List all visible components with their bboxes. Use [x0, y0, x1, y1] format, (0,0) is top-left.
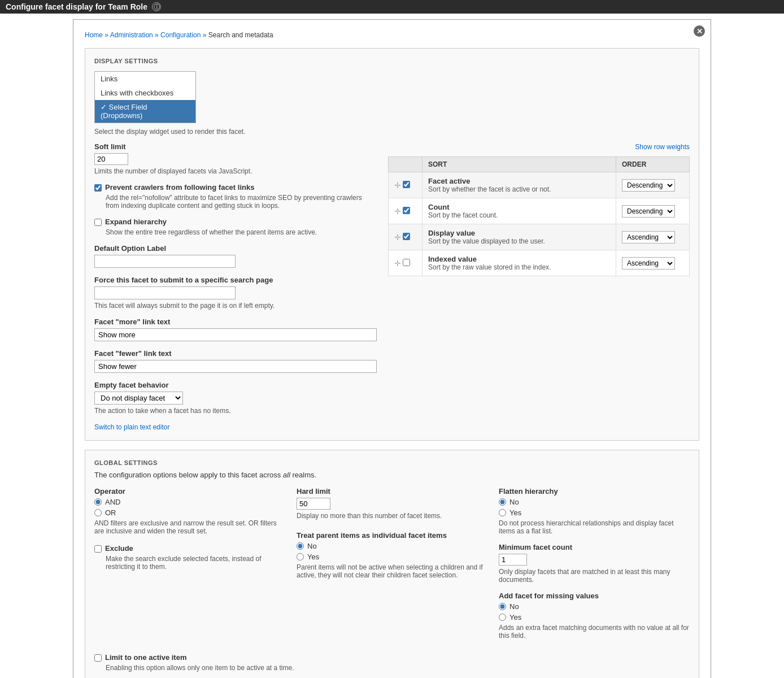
treat-parent-label: Treat parent items as individual facet i… — [297, 531, 487, 540]
add-facet-yes-radio[interactable] — [499, 614, 506, 621]
drag-handle-3[interactable]: ✛ — [394, 233, 401, 242]
treat-parent-yes-radio[interactable] — [297, 553, 304, 560]
sort-name-header: SORT — [423, 157, 616, 172]
close-button[interactable]: ✕ — [694, 25, 705, 37]
add-facet-missing-group: Add facet for missing values No Yes Adds… — [499, 592, 690, 640]
force-search-page-group: Force this facet to submit to a specific… — [94, 276, 377, 310]
force-search-page-helper: This facet will always submit to the pag… — [94, 302, 377, 310]
sort-table: SORT ORDER ✛ — [388, 157, 690, 276]
default-option-label-group: Default Option Label — [94, 244, 377, 268]
menu-item-select-field[interactable]: ✓ Select Field (Dropdowns) — [95, 100, 195, 123]
page-header: Configure facet display for Team Role ⓘ — [0, 0, 784, 14]
global-col-flatten: Flatten hierarchy No Yes Do not process … — [499, 487, 690, 647]
fewer-link-text-input[interactable] — [94, 360, 377, 373]
operator-label: Operator — [94, 487, 285, 496]
drag-handle-4[interactable]: ✛ — [394, 259, 401, 268]
global-intro: The configuration options below apply to… — [94, 471, 690, 479]
expand-hierarchy-checkbox[interactable] — [94, 219, 102, 226]
fewer-link-text-label: Facet "fewer" link text — [94, 349, 377, 358]
flatten-yes-label: Yes — [509, 508, 521, 517]
treat-parent-no-label: No — [307, 542, 317, 550]
display-settings-section: DISPLAY SETTINGS Links Links with checkb… — [85, 48, 699, 441]
sort-check-count[interactable] — [403, 207, 410, 214]
breadcrumb-config[interactable]: Configuration — [160, 31, 201, 39]
widget-dropdown-menu: Links Links with checkboxes ✓ Select Fie… — [94, 71, 196, 123]
limit-one-active-helper: Enabling this option allows only one ite… — [106, 664, 690, 672]
sort-row-name-facet-active: Facet active — [428, 177, 610, 185]
global-col-operator: Operator AND OR AND filters are exclusiv… — [94, 487, 285, 647]
drag-handle-2[interactable]: ✛ — [394, 207, 401, 216]
sort-check-facet-active[interactable] — [403, 181, 410, 188]
operator-or-label: OR — [105, 508, 116, 517]
more-link-text-group: Facet "more" link text — [94, 318, 377, 341]
treat-parent-group: Treat parent items as individual facet i… — [297, 531, 487, 579]
order-select-display-value[interactable]: Descending Ascending — [622, 231, 675, 244]
more-link-text-input[interactable] — [94, 328, 377, 341]
more-link-text-label: Facet "more" link text — [94, 318, 377, 326]
show-row-weights: Show row weights — [388, 142, 690, 151]
fewer-link-text-group: Facet "fewer" link text — [94, 349, 377, 373]
hard-limit-label: Hard limit — [297, 487, 487, 496]
operator-helper: AND filters are exclusive and narrow the… — [94, 519, 285, 535]
empty-facet-helper: The action to take when a facet has no i… — [94, 407, 377, 415]
order-select-indexed-value[interactable]: Descending Ascending — [622, 257, 675, 270]
empty-facet-group: Empty facet behavior Do not display face… — [94, 381, 377, 415]
add-facet-yes-label: Yes — [509, 613, 521, 621]
operator-and-label: AND — [105, 498, 120, 506]
flatten-hierarchy-helper: Do not process hierarchical relationship… — [499, 519, 690, 535]
menu-item-links[interactable]: Links — [95, 72, 195, 86]
limit-one-active-checkbox[interactable] — [94, 654, 102, 662]
empty-facet-select[interactable]: Do not display facet Display with no ite… — [94, 392, 183, 405]
global-col-hard-limit: Hard limit Display no more than this num… — [297, 487, 487, 647]
switch-plain-text-link[interactable]: Switch to plain text editor — [94, 423, 169, 431]
sort-check-indexed-value[interactable] — [403, 259, 410, 266]
exclude-label: Exclude — [105, 544, 133, 553]
limit-one-active-group: Limit to one active item Enabling this o… — [94, 653, 690, 672]
limit-one-active-label: Limit to one active item — [105, 653, 186, 662]
menu-item-links-checkboxes[interactable]: Links with checkboxes — [95, 86, 195, 100]
force-search-page-input[interactable] — [94, 286, 236, 299]
add-facet-no-label: No — [509, 602, 519, 611]
operator-group: Operator AND OR AND filters are exclusiv… — [94, 487, 285, 535]
sort-order-header: ORDER — [616, 157, 690, 172]
flatten-yes-radio[interactable] — [499, 509, 506, 516]
order-select-facet-active[interactable]: Descending Ascending — [622, 179, 675, 192]
widget-helper-text: Select the display widget used to render… — [94, 128, 690, 136]
sort-check-display-value[interactable] — [403, 233, 410, 240]
exclude-checkbox[interactable] — [94, 545, 102, 553]
sort-row-display-value: ✛ Display value Sort by the value displa… — [389, 224, 690, 250]
sort-row-indexed-value: ✛ Indexed value Sort by the raw value st… — [389, 250, 690, 276]
prevent-crawlers-checkbox[interactable] — [94, 184, 102, 192]
flatten-hierarchy-group: Flatten hierarchy No Yes Do not process … — [499, 487, 690, 535]
default-option-label-label: Default Option Label — [94, 244, 377, 253]
flatten-no-radio[interactable] — [499, 498, 506, 506]
hard-limit-helper: Display no more than this number of face… — [297, 512, 487, 520]
breadcrumb-admin[interactable]: Administration — [110, 31, 153, 39]
operator-or-radio[interactable] — [94, 509, 102, 516]
order-select-count[interactable]: Descending Ascending — [622, 205, 675, 218]
default-option-label-input[interactable] — [94, 255, 236, 268]
sort-col-header — [389, 157, 423, 172]
min-facet-count-input[interactable] — [499, 554, 527, 566]
drag-handle-1[interactable]: ✛ — [394, 181, 401, 190]
hard-limit-input[interactable] — [297, 498, 330, 510]
breadcrumb-home[interactable]: Home — [85, 31, 103, 39]
sort-row-name-count: Count — [428, 203, 610, 211]
operator-and-radio[interactable] — [94, 498, 102, 506]
expand-hierarchy-label: Expand hierarchy — [105, 218, 167, 226]
treat-parent-yes-label: Yes — [307, 553, 319, 561]
flatten-hierarchy-label: Flatten hierarchy — [499, 487, 690, 496]
soft-limit-input[interactable] — [94, 153, 128, 165]
hard-limit-group: Hard limit Display no more than this num… — [297, 487, 487, 520]
min-facet-count-helper: Only display facets that are matched in … — [499, 568, 690, 584]
sort-row-desc-indexed-value: Sort by the raw value stored in the inde… — [428, 263, 610, 271]
add-facet-no-radio[interactable] — [499, 603, 506, 610]
min-facet-count-label: Minimum facet count — [499, 543, 690, 551]
soft-limit-helper: Limits the number of displayed facets vi… — [94, 167, 377, 175]
soft-limit-label: Soft limit — [94, 142, 377, 151]
exclude-group: Exclude Make the search exclude selected… — [94, 544, 285, 571]
show-row-weights-link[interactable]: Show row weights — [635, 143, 690, 151]
sort-row-facet-active: ✛ Facet active Sort by whether the facet… — [389, 172, 690, 198]
treat-parent-no-radio[interactable] — [297, 542, 304, 550]
soft-limit-group: Soft limit Limits the number of displaye… — [94, 142, 377, 175]
